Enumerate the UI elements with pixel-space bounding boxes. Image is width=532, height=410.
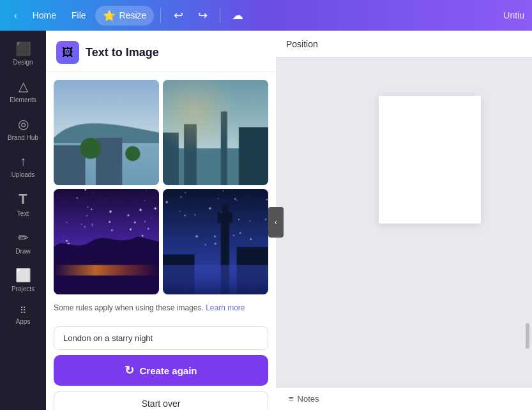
resize-emoji: ⭐ <box>103 10 116 22</box>
upload-cloud-button[interactable]: ☁ <box>227 4 248 26</box>
position-label: Position <box>286 39 318 49</box>
uploads-icon: ↑ <box>20 154 26 169</box>
sidebar-label-projects: Projects <box>11 285 34 292</box>
file-button[interactable]: File <box>65 6 93 24</box>
collapse-icon: ‹ <box>275 218 277 227</box>
prompt-input[interactable] <box>54 326 268 350</box>
top-bar: ‹ Home File ⭐ Resize ↩ ↪ ☁ Untiu <box>0 0 532 31</box>
sidebar-label-brand-hub: Brand Hub <box>8 134 38 141</box>
learn-more-link[interactable]: Learn more <box>206 303 245 312</box>
notes-button[interactable]: ≡ Notes <box>284 391 324 406</box>
panel-bottom: ↻ Create again Start over <box>46 321 276 410</box>
image-cell-4[interactable] <box>163 189 268 294</box>
bottom-bar: ≡ Notes <box>276 387 532 410</box>
panel-icon-emoji: 🖼 <box>62 46 73 59</box>
sidebar-item-uploads[interactable]: ↑ Uploads <box>4 149 42 183</box>
sidebar-item-apps[interactable]: ⠿ Apps <box>4 300 42 330</box>
images-grid <box>46 72 276 300</box>
cloud-icon: ☁ <box>232 8 243 22</box>
rules-text: Some rules apply when using these images… <box>46 300 276 321</box>
back-icon: ‹ <box>14 10 17 20</box>
apps-icon: ⠿ <box>20 305 27 315</box>
right-panel: Position ‹ ≡ Notes <box>276 31 532 410</box>
create-again-label: Create again <box>139 365 197 376</box>
back-button[interactable]: ‹ <box>8 6 24 24</box>
text-icon: T <box>19 191 27 208</box>
notes-label: Notes <box>298 394 319 404</box>
resize-label: Resize <box>119 10 147 20</box>
panel-icon: 🖼 <box>56 41 79 64</box>
divider <box>160 8 161 23</box>
doc-title: Untiu <box>503 10 524 20</box>
position-bar: Position <box>276 31 532 57</box>
draw-icon: ✏ <box>18 230 29 245</box>
canvas-page <box>379 96 481 224</box>
create-again-icon: ↻ <box>125 363 134 377</box>
left-sidebar: ⬛ Design △ Elements ◎ Brand Hub ↑ Upload… <box>0 31 46 410</box>
sidebar-label-elements: Elements <box>10 96 36 103</box>
sidebar-item-draw[interactable]: ✏ Draw <box>4 225 42 260</box>
home-label: Home <box>33 10 56 20</box>
notes-icon: ≡ <box>289 394 294 404</box>
elements-icon: △ <box>19 79 28 94</box>
design-icon: ⬛ <box>15 41 31 56</box>
image-cell-3[interactable] <box>54 189 159 294</box>
create-again-button[interactable]: ↻ Create again <box>54 355 268 386</box>
start-over-label: Start over <box>142 399 181 409</box>
panel-header: 🖼 Text to Image <box>46 31 276 72</box>
redo-button[interactable]: ↪ <box>192 4 213 26</box>
sidebar-label-apps: Apps <box>16 318 31 325</box>
collapse-button[interactable]: ‹ <box>268 207 284 238</box>
scroll-indicator <box>526 323 529 349</box>
sidebar-label-design: Design <box>13 59 33 66</box>
sidebar-label-uploads: Uploads <box>11 171 35 178</box>
panel-title: Text to Image <box>86 46 159 59</box>
sidebar-item-brand-hub[interactable]: ◎ Brand Hub <box>4 111 42 146</box>
text-to-image-panel: 🖼 Text to Image Some rules apply when <box>46 31 276 410</box>
sidebar-label-text: Text <box>17 210 29 217</box>
image-cell-2[interactable] <box>163 80 268 185</box>
file-label: File <box>72 10 86 20</box>
main-area: ⬛ Design △ Elements ◎ Brand Hub ↑ Upload… <box>0 31 532 410</box>
canvas-area: ‹ <box>276 57 532 387</box>
start-over-button[interactable]: Start over <box>54 391 268 410</box>
divider2 <box>220 8 220 23</box>
sidebar-item-design[interactable]: ⬛ Design <box>4 36 42 71</box>
undo-button[interactable]: ↩ <box>167 4 189 26</box>
sidebar-item-text[interactable]: T Text <box>4 186 42 222</box>
image-cell-1[interactable] <box>54 80 159 185</box>
sidebar-label-draw: Draw <box>15 248 30 255</box>
resize-button[interactable]: ⭐ Resize <box>95 6 155 26</box>
sidebar-item-elements[interactable]: △ Elements <box>4 73 42 109</box>
redo-icon: ↪ <box>198 8 208 22</box>
undo-icon: ↩ <box>174 8 183 22</box>
sidebar-item-projects[interactable]: ⬜ Projects <box>4 262 42 298</box>
brand-hub-icon: ◎ <box>18 116 29 132</box>
home-button[interactable]: Home <box>26 6 63 24</box>
projects-icon: ⬜ <box>15 268 31 283</box>
